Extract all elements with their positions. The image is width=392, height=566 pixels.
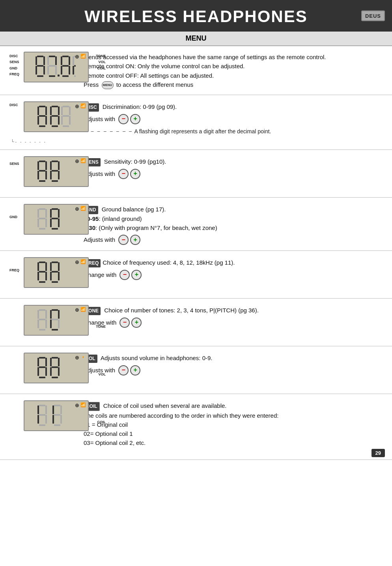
svg-rect-99 — [52, 309, 58, 311]
sens-text: Sensitivity: 0-99 (pg10). — [104, 158, 166, 165]
svg-rect-105 — [37, 367, 39, 376]
svg-rect-126 — [52, 415, 54, 424]
disc-note-text: A flashing digit represents a digit afte… — [134, 127, 271, 136]
svg-rect-27 — [37, 106, 39, 115]
svg-rect-19 — [62, 75, 69, 77]
gnd-minus[interactable]: − — [118, 235, 129, 245]
svg-rect-112 — [50, 367, 52, 376]
svg-rect-8 — [47, 66, 49, 75]
svg-rect-36 — [52, 106, 58, 107]
minus-button[interactable]: − — [118, 114, 129, 124]
svg-rect-9 — [49, 56, 55, 57]
svg-rect-0 — [35, 56, 37, 65]
tone-digits — [37, 309, 76, 331]
content: DISC SENS GND FREQ — [0, 46, 392, 460]
vol-wifi-icon: 🔸 — [80, 355, 86, 361]
vol-minus[interactable]: − — [118, 365, 129, 375]
sens-plus[interactable]: + — [130, 169, 140, 179]
svg-rect-70 — [50, 219, 52, 227]
svg-rect-80 — [39, 281, 45, 283]
svg-rect-72 — [52, 218, 58, 219]
coil-label: COIL — [97, 420, 106, 424]
svg-rect-120 — [39, 405, 45, 406]
svg-rect-93 — [39, 319, 45, 320]
gnd-icons: ⊕ 📶 — [75, 206, 86, 212]
coil-lcd: COIL — [6, 400, 77, 436]
vol-plus[interactable]: + — [130, 365, 140, 375]
gnd-plus[interactable]: + — [130, 235, 140, 245]
svg-rect-25 — [74, 65, 76, 67]
gnd-text: Ground balance (pg 17). — [102, 206, 166, 213]
svg-rect-76 — [37, 262, 39, 271]
tone-plus[interactable]: + — [131, 318, 142, 328]
svg-rect-22 — [73, 56, 74, 65]
svg-rect-81 — [45, 262, 47, 271]
gnd-text2: : (Only with program N°7, for beach, wet… — [95, 224, 217, 231]
gnd-line2: 0-30: (Only with program N°7, for beach,… — [84, 223, 385, 232]
disc-text: Discrimination: 0-99 (pg 09). — [103, 103, 177, 110]
svg-rect-85 — [52, 262, 58, 263]
header: WIRELESS HEADPHONES DEUS — [0, 0, 392, 32]
svg-rect-5 — [43, 56, 45, 65]
freq-label: FREQ — [9, 268, 19, 272]
circle-plus-icon: ⊕ — [75, 54, 79, 60]
wifi-icon: 📶 — [80, 54, 86, 60]
intro-row: DISC SENS GND FREQ — [0, 46, 392, 95]
svg-rect-61 — [58, 171, 60, 179]
coil-wifi-icon: 📶 — [80, 402, 86, 408]
gnd-main: GND Ground balance (pg 17). — [84, 205, 385, 214]
intro-text4: Press MENU to access the different menus — [84, 80, 385, 89]
disc-seg-group: ⊕ 📶 — [24, 102, 88, 131]
svg-rect-4 — [37, 75, 43, 77]
svg-rect-17 — [62, 56, 69, 57]
tone-lcd: TONE — [6, 305, 77, 340]
svg-rect-116 — [58, 358, 60, 366]
svg-rect-38 — [52, 125, 58, 127]
svg-rect-31 — [39, 125, 45, 127]
tone-minus[interactable]: − — [119, 318, 130, 328]
vol-icons: ⊕ 🔸 — [75, 355, 86, 361]
svg-rect-37 — [52, 115, 58, 117]
svg-rect-33 — [45, 116, 47, 125]
disc-icons: ⊕ 📶 — [75, 103, 86, 109]
svg-rect-117 — [58, 367, 60, 376]
tone-circle-icon: ⊕ — [75, 307, 79, 313]
gnd-circle-icon: ⊕ — [75, 206, 79, 212]
menu-bar: MENU — [0, 32, 392, 46]
sens-lcd-screen: ⊕ 📶 — [24, 156, 89, 187]
label-gnd: GND — [9, 65, 19, 71]
svg-rect-82 — [45, 272, 47, 280]
coil-digits — [37, 405, 76, 427]
svg-rect-55 — [50, 161, 52, 170]
freq-lcd: FREQ — [6, 257, 77, 293]
svg-rect-74 — [58, 209, 60, 218]
sens-seg: ⊕ 📶 — [24, 157, 88, 186]
intro-text1: Menus accessed via the headphones have t… — [84, 52, 385, 62]
plus-button[interactable]: + — [130, 114, 140, 124]
svg-rect-100 — [52, 319, 58, 320]
svg-rect-131 — [60, 415, 62, 424]
label-coil: COIL — [96, 65, 106, 71]
sens-minus[interactable]: − — [118, 169, 129, 179]
freq-text: Choice of frequency used: 4, 8, 12, 18kH… — [103, 259, 235, 266]
svg-rect-101 — [52, 329, 58, 331]
disc-label-left: DISC — [9, 103, 18, 107]
tone-row: TONE — [0, 299, 392, 346]
sens-main: SENS Sensitivity: 0-99 (pg10). — [84, 157, 385, 166]
svg-rect-21 — [69, 66, 70, 75]
tone-text: Choice of number of tones: 2, 3, 4 tons,… — [104, 307, 259, 314]
svg-rect-32 — [45, 106, 47, 115]
tone-desc: TONE Choice of number of tones: 2, 3, 4 … — [84, 305, 385, 328]
freq-minus[interactable]: − — [119, 270, 130, 280]
freq-lcd-screen: ⊕ 📶 — [24, 257, 89, 288]
sens-icons: ⊕ 📶 — [75, 158, 86, 164]
freq-circle-icon: ⊕ — [75, 259, 79, 265]
vol-seg: ⊕ 🔸 — [24, 353, 88, 383]
svg-rect-89 — [58, 272, 60, 280]
svg-rect-20 — [69, 56, 70, 65]
svg-rect-125 — [52, 405, 54, 414]
freq-plus[interactable]: + — [131, 270, 142, 280]
gnd-seg: ⊕ 📶 — [24, 205, 88, 234]
svg-rect-62 — [37, 209, 39, 218]
svg-rect-83 — [50, 262, 52, 271]
